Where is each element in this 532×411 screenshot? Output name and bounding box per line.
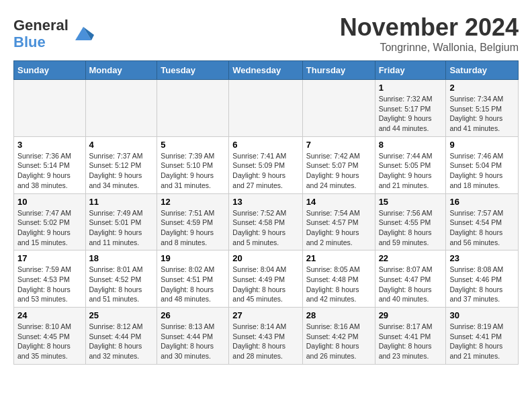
calendar-table: SundayMondayTuesdayWednesdayThursdayFrid…: [13, 60, 519, 365]
calendar-cell: [157, 80, 229, 137]
calendar-cell: 21Sunrise: 8:05 AMSunset: 4:48 PMDayligh…: [302, 250, 375, 308]
day-info: Sunrise: 8:13 AMSunset: 4:44 PMDaylight:…: [161, 322, 225, 361]
day-info: Sunrise: 8:17 AMSunset: 4:41 PMDaylight:…: [379, 322, 443, 361]
day-number: 25: [89, 310, 154, 320]
calendar-cell: 18Sunrise: 8:01 AMSunset: 4:52 PMDayligh…: [85, 250, 157, 308]
day-info: Sunrise: 7:47 AMSunset: 5:02 PMDaylight:…: [17, 208, 82, 248]
calendar-cell: 15Sunrise: 7:56 AMSunset: 4:55 PMDayligh…: [375, 193, 446, 250]
day-info: Sunrise: 7:57 AMSunset: 4:54 PMDaylight:…: [449, 208, 515, 248]
day-info: Sunrise: 7:32 AMSunset: 5:17 PMDaylight:…: [379, 94, 443, 134]
day-number: 12: [161, 197, 225, 207]
day-number: 10: [17, 197, 82, 207]
calendar-cell: [85, 80, 157, 137]
calendar-cell: 25Sunrise: 8:12 AMSunset: 4:44 PMDayligh…: [85, 308, 157, 365]
logo: General Blue: [13, 17, 95, 51]
day-number: 1: [379, 83, 443, 93]
calendar-cell: 26Sunrise: 8:13 AMSunset: 4:44 PMDayligh…: [157, 308, 229, 365]
calendar-cell: 24Sunrise: 8:10 AMSunset: 4:45 PMDayligh…: [14, 308, 86, 365]
header-saturday: Saturday: [446, 61, 519, 80]
day-number: 21: [306, 253, 371, 263]
calendar-cell: 3Sunrise: 7:36 AMSunset: 5:14 PMDaylight…: [14, 136, 86, 193]
day-info: Sunrise: 8:16 AMSunset: 4:42 PMDaylight:…: [306, 322, 371, 361]
day-info: Sunrise: 8:01 AMSunset: 4:52 PMDaylight:…: [89, 265, 154, 304]
day-number: 5: [161, 140, 225, 150]
day-info: Sunrise: 7:36 AMSunset: 5:14 PMDaylight:…: [17, 151, 82, 191]
calendar-cell: 7Sunrise: 7:42 AMSunset: 5:07 PMDaylight…: [302, 136, 375, 193]
day-number: 27: [232, 310, 298, 320]
logo-text: General Blue: [13, 17, 95, 51]
day-number: 3: [17, 140, 82, 150]
logo-icon: [71, 21, 95, 46]
calendar-cell: 5Sunrise: 7:39 AMSunset: 5:10 PMDaylight…: [157, 136, 229, 193]
calendar-cell: 12Sunrise: 7:51 AMSunset: 4:59 PMDayligh…: [157, 193, 229, 250]
day-info: Sunrise: 7:37 AMSunset: 5:12 PMDaylight:…: [89, 151, 154, 191]
day-info: Sunrise: 7:46 AMSunset: 5:04 PMDaylight:…: [449, 151, 515, 191]
day-number: 13: [232, 197, 298, 207]
calendar-cell: 29Sunrise: 8:17 AMSunset: 4:41 PMDayligh…: [375, 308, 446, 365]
calendar-cell: 23Sunrise: 8:08 AMSunset: 4:46 PMDayligh…: [446, 250, 519, 308]
header-sunday: Sunday: [14, 61, 86, 80]
calendar-header-row: SundayMondayTuesdayWednesdayThursdayFrid…: [14, 61, 519, 80]
day-number: 8: [379, 140, 443, 150]
day-number: 24: [17, 310, 82, 320]
day-info: Sunrise: 7:41 AMSunset: 5:09 PMDaylight:…: [232, 151, 298, 191]
day-number: 7: [306, 140, 371, 150]
day-info: Sunrise: 8:05 AMSunset: 4:48 PMDaylight:…: [306, 265, 371, 304]
calendar-cell: 14Sunrise: 7:54 AMSunset: 4:57 PMDayligh…: [302, 193, 375, 250]
calendar-cell: 20Sunrise: 8:04 AMSunset: 4:49 PMDayligh…: [229, 250, 302, 308]
calendar-cell: 2Sunrise: 7:34 AMSunset: 5:15 PMDaylight…: [446, 80, 519, 137]
logo-line2: Blue: [13, 34, 46, 50]
day-info: Sunrise: 8:07 AMSunset: 4:47 PMDaylight:…: [379, 265, 443, 304]
day-number: 22: [379, 253, 443, 263]
calendar-cell: 6Sunrise: 7:41 AMSunset: 5:09 PMDaylight…: [229, 136, 302, 193]
day-number: 6: [232, 140, 298, 150]
day-number: 14: [306, 197, 371, 207]
month-title: November 2024: [340, 13, 519, 42]
day-number: 20: [232, 253, 298, 263]
day-info: Sunrise: 7:59 AMSunset: 4:53 PMDaylight:…: [17, 265, 82, 304]
day-info: Sunrise: 8:19 AMSunset: 4:41 PMDaylight:…: [449, 322, 515, 361]
calendar-cell: 11Sunrise: 7:49 AMSunset: 5:01 PMDayligh…: [85, 193, 157, 250]
day-number: 2: [449, 83, 515, 93]
day-number: 29: [379, 310, 443, 320]
calendar-cell: 16Sunrise: 7:57 AMSunset: 4:54 PMDayligh…: [446, 193, 519, 250]
calendar-week-row: 1Sunrise: 7:32 AMSunset: 5:17 PMDaylight…: [14, 80, 519, 137]
calendar-cell: 17Sunrise: 7:59 AMSunset: 4:53 PMDayligh…: [14, 250, 86, 308]
day-number: 11: [89, 197, 154, 207]
calendar-cell: 4Sunrise: 7:37 AMSunset: 5:12 PMDaylight…: [85, 136, 157, 193]
calendar-week-row: 3Sunrise: 7:36 AMSunset: 5:14 PMDaylight…: [14, 136, 519, 193]
calendar-cell: 9Sunrise: 7:46 AMSunset: 5:04 PMDaylight…: [446, 136, 519, 193]
calendar-cell: 30Sunrise: 8:19 AMSunset: 4:41 PMDayligh…: [446, 308, 519, 365]
day-number: 4: [89, 140, 154, 150]
day-info: Sunrise: 7:34 AMSunset: 5:15 PMDaylight:…: [449, 94, 515, 134]
day-info: Sunrise: 8:10 AMSunset: 4:45 PMDaylight:…: [17, 322, 82, 361]
calendar-cell: [14, 80, 86, 137]
header-wednesday: Wednesday: [229, 61, 302, 80]
calendar-cell: 8Sunrise: 7:44 AMSunset: 5:05 PMDaylight…: [375, 136, 446, 193]
calendar-cell: [302, 80, 375, 137]
calendar-cell: 22Sunrise: 8:07 AMSunset: 4:47 PMDayligh…: [375, 250, 446, 308]
day-number: 23: [449, 253, 515, 263]
calendar-cell: [229, 80, 302, 137]
day-info: Sunrise: 7:54 AMSunset: 4:57 PMDaylight:…: [306, 208, 371, 248]
day-info: Sunrise: 7:42 AMSunset: 5:07 PMDaylight:…: [306, 151, 371, 191]
day-info: Sunrise: 8:14 AMSunset: 4:43 PMDaylight:…: [232, 322, 298, 361]
day-info: Sunrise: 8:04 AMSunset: 4:49 PMDaylight:…: [232, 265, 298, 304]
day-info: Sunrise: 7:44 AMSunset: 5:05 PMDaylight:…: [379, 151, 443, 191]
header-friday: Friday: [375, 61, 446, 80]
calendar-cell: 27Sunrise: 8:14 AMSunset: 4:43 PMDayligh…: [229, 308, 302, 365]
day-number: 9: [449, 140, 515, 150]
logo-line1: General: [13, 17, 69, 34]
day-number: 26: [161, 310, 225, 320]
day-number: 19: [161, 253, 225, 263]
day-number: 18: [89, 253, 154, 263]
day-info: Sunrise: 8:08 AMSunset: 4:46 PMDaylight:…: [449, 265, 515, 304]
calendar-cell: 1Sunrise: 7:32 AMSunset: 5:17 PMDaylight…: [375, 80, 446, 137]
calendar-week-row: 10Sunrise: 7:47 AMSunset: 5:02 PMDayligh…: [14, 193, 519, 250]
day-info: Sunrise: 8:12 AMSunset: 4:44 PMDaylight:…: [89, 322, 154, 361]
day-info: Sunrise: 7:56 AMSunset: 4:55 PMDaylight:…: [379, 208, 443, 248]
day-info: Sunrise: 8:02 AMSunset: 4:51 PMDaylight:…: [161, 265, 225, 304]
calendar-cell: 13Sunrise: 7:52 AMSunset: 4:58 PMDayligh…: [229, 193, 302, 250]
day-number: 16: [449, 197, 515, 207]
day-info: Sunrise: 7:51 AMSunset: 4:59 PMDaylight:…: [161, 208, 225, 248]
